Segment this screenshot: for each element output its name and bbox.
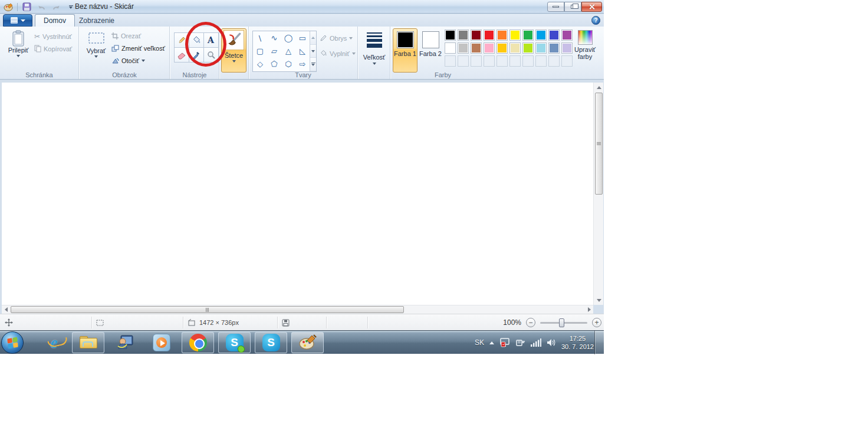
palette-empty-slot[interactable] (535, 55, 547, 67)
palette-color[interactable] (484, 29, 495, 41)
file-menu-button[interactable] (3, 14, 32, 27)
palette-color[interactable] (445, 42, 456, 54)
palette-empty-slot[interactable] (484, 55, 495, 67)
palette-color[interactable] (561, 29, 573, 41)
color2-button[interactable]: Farba 2 (419, 28, 442, 73)
redo-button[interactable] (50, 2, 62, 12)
palette-color[interactable] (561, 42, 573, 54)
horizontal-scroll-thumb[interactable] (11, 306, 404, 313)
shape-line[interactable]: \ (253, 31, 267, 44)
scroll-right-button[interactable] (585, 305, 593, 314)
signal-strength-icon[interactable] (531, 338, 541, 347)
taskbar-item-skype-1[interactable]: S (218, 332, 251, 353)
palette-color[interactable] (509, 42, 521, 54)
scroll-down-button[interactable] (594, 295, 604, 305)
crop-button[interactable]: Orezať (111, 29, 165, 42)
tab-home[interactable]: Domov (35, 14, 75, 27)
palette-empty-slot[interactable] (548, 55, 560, 67)
minimize-button[interactable] (547, 2, 564, 12)
color1-button[interactable]: Farba 1 (393, 28, 417, 73)
shape-arrow[interactable]: ⇨ (295, 57, 310, 70)
palette-color[interactable] (522, 29, 534, 41)
palette-empty-slot[interactable] (471, 55, 482, 67)
language-indicator[interactable]: SK (475, 338, 484, 347)
taskbar-item-chrome[interactable] (182, 332, 214, 353)
palette-color[interactable] (471, 29, 482, 41)
palette-color[interactable] (497, 29, 508, 41)
shape-curve[interactable]: ∿ (267, 31, 281, 44)
shape-diamond[interactable]: ◇ (253, 57, 267, 70)
palette-color[interactable] (445, 29, 456, 41)
undo-button[interactable] (35, 2, 47, 12)
palette-empty-slot[interactable] (561, 55, 573, 67)
palette-color[interactable] (484, 42, 495, 54)
palette-empty-slot[interactable] (445, 55, 456, 67)
palette-color[interactable] (509, 29, 521, 41)
network-icon[interactable] (515, 338, 525, 347)
size-button[interactable]: Veľkosť (360, 29, 388, 72)
save-button[interactable] (21, 2, 32, 12)
palette-color[interactable] (535, 42, 547, 54)
taskbar-item-internet-explorer[interactable]: e (38, 332, 70, 353)
shape-pentagon[interactable]: ⬠ (267, 57, 281, 70)
zoom-slider-thumb[interactable] (559, 318, 564, 327)
paste-button[interactable]: Prilepiť (5, 29, 32, 72)
shape-rounded-rectangle[interactable]: ▢ (253, 44, 267, 57)
palette-empty-slot[interactable] (458, 55, 469, 67)
clock[interactable]: 17:25 30. 7. 2012 (561, 334, 594, 351)
clipboard-icon (12, 30, 25, 47)
select-button[interactable]: Vybrať (83, 29, 109, 72)
rotate-button[interactable]: Otočiť (111, 54, 165, 67)
outline-button[interactable]: Obrys (320, 32, 356, 44)
palette-color[interactable] (458, 42, 469, 54)
shapes-scroll-up[interactable] (310, 31, 316, 45)
palette-color[interactable] (522, 42, 534, 54)
zoom-slider[interactable] (540, 322, 587, 324)
close-button[interactable] (581, 2, 602, 12)
vertical-scroll-thumb[interactable] (595, 93, 603, 195)
resize-button[interactable]: Zmeniť veľkosť (111, 42, 165, 54)
taskbar-item-windows-explorer[interactable] (72, 332, 104, 353)
palette-color[interactable] (548, 29, 560, 41)
tab-view[interactable]: Zobrazenie (71, 14, 123, 27)
shapes-scroll-down[interactable] (310, 45, 316, 58)
scroll-up-button[interactable] (594, 83, 604, 92)
scroll-left-button[interactable] (2, 305, 10, 314)
palette-empty-slot[interactable] (509, 55, 521, 67)
copy-button[interactable]: Kopírovať (34, 42, 72, 55)
help-button[interactable]: ? (591, 16, 600, 25)
zoom-out-button[interactable]: − (526, 318, 535, 327)
palette-color[interactable] (497, 42, 508, 54)
taskbar-item-user-accounts[interactable] (108, 332, 141, 353)
vertical-scrollbar[interactable] (593, 83, 603, 305)
color-palette (445, 29, 573, 67)
taskbar-item-media-player[interactable] (145, 332, 177, 353)
start-button[interactable] (1, 331, 24, 354)
show-hidden-icons-button[interactable] (489, 341, 494, 344)
palette-color[interactable] (471, 42, 482, 54)
shape-hexagon[interactable]: ⬡ (281, 57, 295, 70)
cut-button[interactable]: ✂ Vystrihnúť (34, 30, 72, 42)
restore-button[interactable] (564, 2, 581, 12)
shape-fill-button[interactable]: Vyplniť (320, 47, 356, 60)
shape-triangle[interactable]: △ (281, 44, 295, 57)
zoom-in-button[interactable]: + (592, 318, 601, 327)
taskbar-item-paint[interactable] (291, 332, 324, 353)
palette-color[interactable] (535, 29, 547, 41)
taskbar-item-skype-2[interactable]: S (255, 332, 287, 353)
palette-empty-slot[interactable] (522, 55, 534, 67)
palette-color[interactable] (458, 29, 469, 41)
palette-color[interactable] (548, 42, 560, 54)
edit-colors-button[interactable]: Upraviť farby (574, 29, 596, 72)
drawing-canvas[interactable] (2, 83, 593, 305)
shape-polygon[interactable]: ▱ (267, 44, 281, 57)
palette-empty-slot[interactable] (497, 55, 508, 67)
shape-ellipse[interactable]: ◯ (281, 31, 295, 44)
shape-right-triangle[interactable]: ◺ (295, 44, 310, 57)
shapes-more-button[interactable] (310, 58, 316, 71)
volume-icon[interactable] (547, 338, 556, 347)
show-desktop-button[interactable] (594, 331, 604, 354)
action-center-icon[interactable] (499, 338, 510, 347)
shape-rectangle[interactable]: ▭ (295, 31, 310, 44)
horizontal-scrollbar[interactable] (2, 305, 593, 314)
